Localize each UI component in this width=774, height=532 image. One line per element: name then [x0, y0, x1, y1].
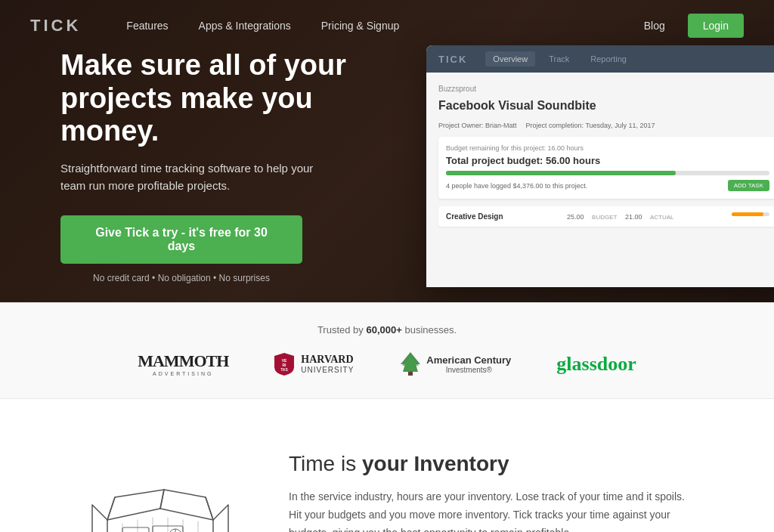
screenshot-nav-track: Track — [541, 51, 577, 66]
feature-title: Time is your Inventory — [289, 452, 697, 476]
add-task-btn[interactable]: ADD TASK — [728, 180, 769, 191]
screenshot-window: TICK Overview Track Reporting Buzzsprout… — [426, 45, 774, 287]
task-hours: 25.00 BUDGET 21.00 ACTUAL — [561, 213, 674, 221]
aci-sub: Investments® — [426, 366, 511, 374]
budget-card: Budget remaining for this project: 16.00… — [438, 137, 774, 199]
aci-tree-icon — [399, 351, 422, 377]
screenshot-body: Buzzsprout Facebook Visual Soundbite Pro… — [426, 73, 774, 287]
progress-bar-fill — [446, 171, 676, 175]
glassdoor-name: glassdoor — [556, 353, 636, 376]
feature-title-bold: your Inventory — [362, 452, 509, 475]
harvard-shield-icon: VE RI TAS — [274, 352, 295, 376]
aci-text: American Century Investments® — [426, 354, 511, 374]
hero-subtitle: Straightforward time tracking software t… — [60, 160, 333, 194]
logos-row: MAMMOTH ADVERTISING VE RI TAS HARVARD UN… — [30, 351, 744, 377]
trusted-suffix: businesses. — [404, 324, 457, 336]
task-row: Creative Design 25.00 BUDGET 21.00 ACTUA… — [438, 206, 774, 227]
site-logo: TICK — [30, 16, 81, 36]
feature-text: Time is your Inventory In the service in… — [289, 444, 697, 532]
hero-screenshot: TICK Overview Track Reporting Buzzsprout… — [426, 45, 774, 287]
nav-apps[interactable]: Apps & Integrations — [199, 20, 291, 32]
screenshot-breadcrumb: Buzzsprout — [438, 85, 774, 93]
no-credit-text: No credit card • No obligation • No surp… — [60, 273, 302, 283]
login-button[interactable]: Login — [688, 14, 744, 38]
navbar: TICK Features Apps & Integrations Pricin… — [0, 0, 774, 51]
aci-name: American Century — [426, 354, 511, 366]
harvard-sub: UNIVERSITY — [301, 366, 354, 374]
feature-title-prefix: Time is — [289, 452, 362, 475]
svg-rect-12 — [122, 527, 149, 532]
screenshot-nav-overview: Overview — [485, 51, 535, 66]
task-budget: 25.00 — [567, 213, 584, 221]
features-section: Time is your Inventory In the service in… — [47, 399, 727, 532]
nav-features[interactable]: Features — [126, 20, 168, 32]
harvard-name: HARVARD — [301, 354, 354, 366]
cta-button[interactable]: Give Tick a try - it's free for 30 days — [60, 215, 302, 264]
hero-title: Make sure all of your projects make you … — [60, 49, 348, 148]
glassdoor-logo: glassdoor — [556, 353, 636, 376]
mammoth-logo: MAMMOTH ADVERTISING — [138, 351, 228, 376]
feature-desc: In the service industry, hours are your … — [289, 488, 697, 532]
mammoth-name: MAMMOTH — [138, 351, 228, 371]
project-owner: Project Owner: Brian-Matt — [438, 122, 517, 129]
trusted-section: Trusted by 60,000+ businesses. MAMMOTH A… — [0, 302, 774, 399]
logged-note: 4 people have logged $4,376.00 to this p… — [446, 182, 587, 190]
mammoth-sub: ADVERTISING — [138, 371, 228, 376]
harvard-text: HARVARD UNIVERSITY — [301, 354, 354, 374]
nav-links: Features Apps & Integrations Pricing & S… — [126, 20, 643, 32]
project-date: Project completion: Tuesday, July 11, 20… — [526, 122, 655, 129]
svg-rect-5 — [408, 372, 413, 376]
screenshot-meta: Project Owner: Brian-Matt Project comple… — [438, 122, 774, 129]
progress-bar-bg — [446, 171, 769, 175]
screenshot-project-title: Facebook Visual Soundbite — [438, 99, 774, 113]
budget-note: Total project budget: 56.00 hours — [446, 155, 769, 166]
screenshot-nav-reporting: Reporting — [583, 51, 634, 66]
feature-illustration — [77, 444, 243, 532]
nav-right: Blog Login — [644, 14, 744, 38]
trusted-text: Trusted by 60,000+ businesses. — [30, 324, 744, 336]
box-illustration — [77, 444, 243, 532]
budget-label: Budget remaining for this project: 16.00… — [446, 144, 769, 152]
nav-blog[interactable]: Blog — [644, 20, 665, 32]
trusted-count: 60,000+ — [366, 324, 401, 336]
nav-pricing[interactable]: Pricing & Signup — [321, 20, 400, 32]
aci-logo: American Century Investments® — [399, 351, 511, 377]
svg-text:TAS: TAS — [280, 367, 288, 372]
harvard-logo: VE RI TAS HARVARD UNIVERSITY — [274, 352, 354, 376]
task-name: Creative Design — [446, 212, 503, 221]
trusted-prefix: Trusted by — [317, 324, 367, 336]
task-actual: 21.00 — [625, 213, 642, 221]
screenshot-logo: TICK — [438, 54, 467, 65]
